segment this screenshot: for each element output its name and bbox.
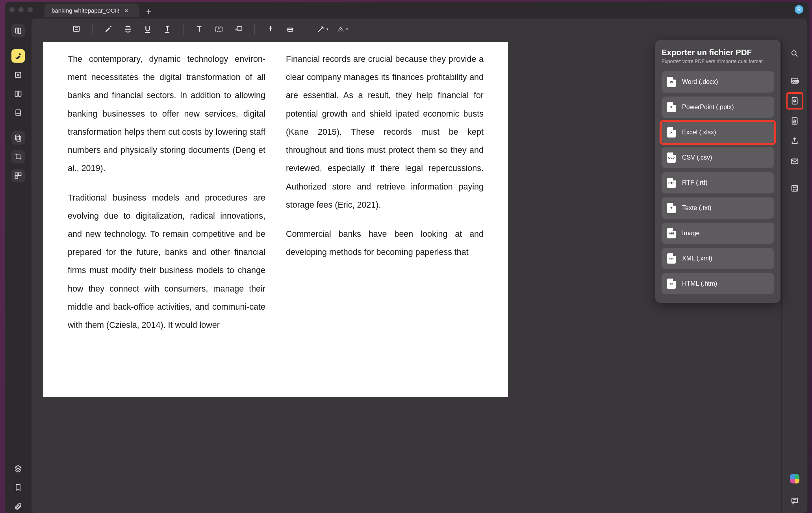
stamp-icon[interactable]: ▾	[336, 23, 348, 35]
highlighter-icon[interactable]	[102, 23, 115, 35]
export-option[interactable]: IMGImage	[662, 223, 774, 244]
export-option-label: CSV (.csv)	[682, 154, 712, 161]
export-option[interactable]: RTFRTF (.rtf)	[662, 172, 774, 193]
eraser-icon[interactable]	[284, 23, 297, 35]
export-option[interactable]: PPowerPoint (.pptx)	[662, 97, 774, 118]
sidebar-separator: —	[14, 43, 22, 44]
strikethrough-icon[interactable]	[122, 23, 134, 35]
user-avatar[interactable]: R	[795, 5, 803, 14]
paragraph: Commercial banks have been looking at an…	[286, 225, 484, 261]
note-icon[interactable]	[70, 23, 83, 35]
export-option[interactable]: <>HTML (.htm)	[662, 273, 774, 294]
highlight-mode-icon[interactable]	[11, 49, 25, 63]
callout-icon[interactable]	[232, 23, 245, 35]
squiggly-icon[interactable]	[161, 23, 174, 35]
svg-rect-7	[19, 173, 21, 176]
svg-rect-11	[237, 27, 242, 30]
export-option-label: HTML (.htm)	[682, 280, 717, 287]
export-option[interactable]: TTexte (.txt)	[662, 197, 774, 219]
titlebar: banking whitepapar_OCR × + R	[5, 2, 809, 17]
file-type-icon: CSV	[667, 152, 676, 163]
protect-icon[interactable]	[788, 114, 801, 128]
save-icon[interactable]	[788, 182, 801, 195]
paragraph: Financial records are crucial because th…	[286, 50, 484, 214]
tab-strip: banking whitepapar_OCR × +	[44, 2, 158, 17]
toolbar: ▾ ▾	[32, 19, 807, 40]
tab-title: banking whitepapar_OCR	[52, 7, 119, 14]
thumbnails-icon[interactable]	[11, 131, 25, 145]
textbox-icon[interactable]	[213, 23, 225, 35]
zoom-window[interactable]	[28, 7, 33, 12]
svg-text:OCR: OCR	[792, 80, 799, 83]
read-mode-icon[interactable]	[11, 24, 25, 37]
export-option[interactable]: CSVCSV (.csv)	[662, 147, 774, 168]
export-icon[interactable]	[788, 94, 801, 108]
toolbar-separator	[92, 24, 93, 35]
export-option-label: Excel (.xlsx)	[682, 129, 716, 136]
share-icon[interactable]	[788, 134, 801, 148]
left-sidebar: — —	[5, 17, 32, 513]
page-tools-icon[interactable]	[11, 106, 25, 119]
file-type-icon: </>	[667, 253, 676, 264]
svg-rect-5	[17, 136, 21, 141]
file-type-icon: P	[667, 102, 676, 112]
new-tab-button[interactable]: +	[139, 7, 158, 17]
export-panel: Exporter un fichier PDF Exportez votre P…	[655, 40, 780, 303]
file-type-icon: X	[667, 127, 676, 138]
sidebar-separator: —	[14, 125, 22, 126]
minimize-window[interactable]	[19, 7, 24, 12]
content-area: The contemporary, dynamic technology env…	[32, 40, 807, 513]
text-icon[interactable]	[193, 23, 206, 35]
svg-rect-6	[15, 173, 18, 176]
file-type-icon: <>	[667, 279, 676, 289]
svg-rect-9	[74, 26, 80, 32]
toolbar-separator	[183, 24, 184, 35]
attachment-icon[interactable]	[11, 500, 25, 513]
organize-icon[interactable]	[11, 169, 25, 182]
edit-mode-icon[interactable]	[11, 68, 25, 82]
file-type-icon: T	[667, 203, 676, 213]
svg-rect-2	[19, 91, 21, 96]
paragraph: Traditional business models and procedur…	[68, 189, 265, 335]
svg-rect-4	[15, 135, 19, 140]
sidebar-separator: —	[791, 67, 799, 67]
close-tab-icon[interactable]: ×	[125, 7, 128, 14]
export-option-label: Texte (.txt)	[682, 204, 712, 212]
export-option-label: Word (.docx)	[682, 78, 718, 86]
page: The contemporary, dynamic technology env…	[43, 42, 508, 397]
svg-rect-8	[15, 176, 18, 179]
pen-icon[interactable]	[264, 23, 277, 35]
file-type-icon: RTF	[667, 178, 676, 188]
body: — —	[5, 17, 809, 513]
arrow-icon[interactable]: ▾	[316, 23, 328, 35]
export-option[interactable]: WWord (.docx)	[662, 71, 774, 93]
svg-rect-19	[791, 159, 798, 164]
underline-icon[interactable]	[141, 23, 154, 35]
export-option-label: Image	[682, 230, 699, 237]
layers-icon[interactable]	[11, 462, 25, 475]
ocr-icon[interactable]: OCR	[788, 74, 801, 87]
search-icon[interactable]	[788, 47, 801, 60]
mail-icon[interactable]	[788, 154, 801, 168]
export-options-list: WWord (.docx)PPowerPoint (.pptx)XExcel (…	[662, 71, 774, 294]
svg-rect-18	[793, 121, 796, 123]
toolbar-separator	[254, 24, 255, 35]
svg-rect-3	[16, 110, 20, 116]
bookmark-icon[interactable]	[11, 481, 25, 494]
tab-document[interactable]: banking whitepapar_OCR ×	[44, 4, 139, 17]
app-logo-icon[interactable]	[790, 474, 799, 483]
sidebar-separator: —	[791, 175, 799, 175]
close-window[interactable]	[9, 7, 15, 12]
crop-icon[interactable]	[11, 150, 25, 164]
export-option[interactable]: XExcel (.xlsx)	[662, 122, 774, 143]
svg-rect-21	[792, 498, 797, 503]
right-sidebar: — OCR	[781, 40, 807, 513]
export-option[interactable]: </>XML (.xml)	[662, 248, 774, 269]
view-double-icon[interactable]	[11, 87, 25, 100]
app-window: banking whitepapar_OCR × + R —	[5, 2, 809, 513]
comments-icon[interactable]	[788, 494, 801, 507]
export-title: Exporter un fichier PDF	[662, 48, 774, 57]
export-subtitle: Exportez votre PDF vers n'importe quel f…	[662, 59, 774, 64]
file-type-icon: IMG	[667, 228, 676, 238]
file-type-icon: W	[667, 77, 676, 87]
